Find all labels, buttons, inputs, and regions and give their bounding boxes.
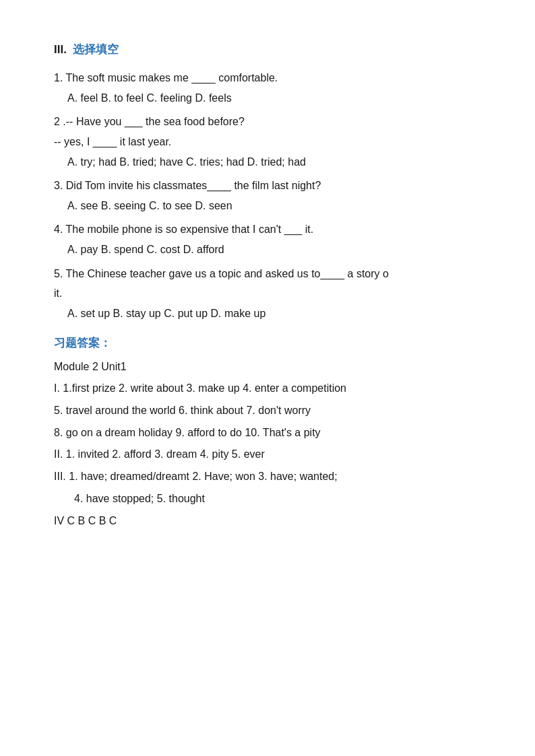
q1-text: 1. The soft music makes me ____ comforta… xyxy=(54,69,481,87)
question-5: 5. The Chinese teacher gave us a topic a… xyxy=(54,265,481,322)
q1-options: A. feel B. to feel C. feeling D. feels xyxy=(67,90,481,107)
question-4: 4. The mobile phone is so expensive that… xyxy=(54,221,481,258)
answer-section: 习题答案： Module 2 Unit1 I. 1.first prize 2.… xyxy=(54,334,481,530)
answer-line-6: 4. have stopped; 5. thought xyxy=(74,489,481,509)
q2-options: A. try; had B. tried; have C. tries; had… xyxy=(67,153,481,171)
answer-line-3: 8. go on a dream holiday 9. afford to do… xyxy=(54,423,481,443)
q3-options: A. see B. seeing C. to see D. seen xyxy=(67,197,481,215)
question-1: 1. The soft music makes me ____ comforta… xyxy=(54,69,481,106)
section-iii-title: III. 选择填空 xyxy=(54,40,481,59)
q5a-text: 5. The Chinese teacher gave us a topic a… xyxy=(54,265,481,283)
answer-section-title: 习题答案： xyxy=(54,334,481,352)
question-2: 2 .-- Have you ___ the sea food before? … xyxy=(54,113,481,170)
question-3: 3. Did Tom invite his classmates____ the… xyxy=(54,177,481,214)
q5-options: A. set up B. stay up C. put up D. make u… xyxy=(67,305,481,322)
q3-text: 3. Did Tom invite his classmates____ the… xyxy=(54,177,481,195)
q4-text: 4. The mobile phone is so expensive that… xyxy=(54,221,481,238)
q2b-text: -- yes, I ____ it last year. xyxy=(54,133,481,151)
answer-line-7: IV C B C B C xyxy=(54,512,481,531)
q5b-text: it. xyxy=(54,285,481,302)
module-title: Module 2 Unit1 xyxy=(54,358,481,376)
answer-line-1: I. 1.first prize 2. write about 3. make … xyxy=(54,379,481,399)
answer-line-2: 5. travel around the world 6. think abou… xyxy=(54,401,481,421)
q4-options: A. pay B. spend C. cost D. afford xyxy=(67,241,481,259)
section-iii: III. 选择填空 1. The soft music makes me ___… xyxy=(54,40,481,322)
answer-line-5: III. 1. have; dreamed/dreamt 2. Have; wo… xyxy=(54,467,481,487)
answer-line-4: II. 1. invited 2. afford 3. dream 4. pit… xyxy=(54,445,481,465)
q2a-text: 2 .-- Have you ___ the sea food before? xyxy=(54,113,481,131)
